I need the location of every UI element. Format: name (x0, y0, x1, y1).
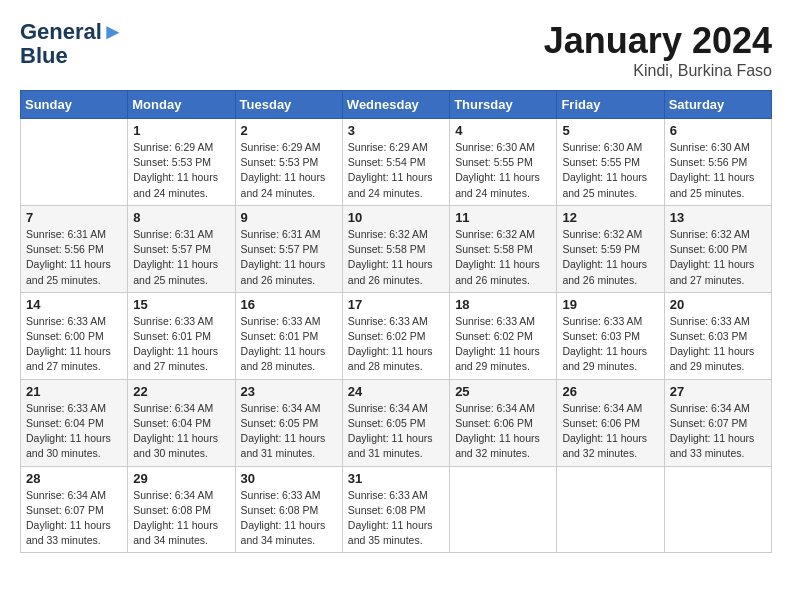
day-info: Sunrise: 6:30 AM Sunset: 5:55 PM Dayligh… (562, 140, 658, 201)
day-number: 31 (348, 471, 444, 486)
calendar-cell: 31Sunrise: 6:33 AM Sunset: 6:08 PM Dayli… (342, 466, 449, 553)
calendar-cell: 18Sunrise: 6:33 AM Sunset: 6:02 PM Dayli… (450, 292, 557, 379)
calendar-cell (450, 466, 557, 553)
page-header: General►Blue January 2024 Kindi, Burkina… (20, 20, 772, 80)
logo: General►Blue (20, 20, 124, 68)
day-info: Sunrise: 6:33 AM Sunset: 6:03 PM Dayligh… (562, 314, 658, 375)
calendar-cell: 10Sunrise: 6:32 AM Sunset: 5:58 PM Dayli… (342, 205, 449, 292)
day-number: 19 (562, 297, 658, 312)
calendar-cell: 13Sunrise: 6:32 AM Sunset: 6:00 PM Dayli… (664, 205, 771, 292)
day-info: Sunrise: 6:34 AM Sunset: 6:07 PM Dayligh… (26, 488, 122, 549)
calendar-week: 7Sunrise: 6:31 AM Sunset: 5:56 PM Daylig… (21, 205, 772, 292)
day-number: 28 (26, 471, 122, 486)
calendar-week: 14Sunrise: 6:33 AM Sunset: 6:00 PM Dayli… (21, 292, 772, 379)
day-info: Sunrise: 6:31 AM Sunset: 5:57 PM Dayligh… (241, 227, 337, 288)
day-number: 26 (562, 384, 658, 399)
calendar-cell (664, 466, 771, 553)
calendar-header: SundayMondayTuesdayWednesdayThursdayFrid… (21, 91, 772, 119)
day-info: Sunrise: 6:33 AM Sunset: 6:00 PM Dayligh… (26, 314, 122, 375)
calendar-cell: 6Sunrise: 6:30 AM Sunset: 5:56 PM Daylig… (664, 119, 771, 206)
calendar-cell: 5Sunrise: 6:30 AM Sunset: 5:55 PM Daylig… (557, 119, 664, 206)
calendar-cell: 24Sunrise: 6:34 AM Sunset: 6:05 PM Dayli… (342, 379, 449, 466)
day-info: Sunrise: 6:33 AM Sunset: 6:08 PM Dayligh… (241, 488, 337, 549)
calendar-body: 1Sunrise: 6:29 AM Sunset: 5:53 PM Daylig… (21, 119, 772, 553)
calendar-cell: 17Sunrise: 6:33 AM Sunset: 6:02 PM Dayli… (342, 292, 449, 379)
day-number: 11 (455, 210, 551, 225)
day-number: 15 (133, 297, 229, 312)
calendar-cell: 7Sunrise: 6:31 AM Sunset: 5:56 PM Daylig… (21, 205, 128, 292)
weekday-header: Tuesday (235, 91, 342, 119)
day-info: Sunrise: 6:29 AM Sunset: 5:53 PM Dayligh… (241, 140, 337, 201)
calendar-cell: 20Sunrise: 6:33 AM Sunset: 6:03 PM Dayli… (664, 292, 771, 379)
day-number: 4 (455, 123, 551, 138)
day-info: Sunrise: 6:30 AM Sunset: 5:55 PM Dayligh… (455, 140, 551, 201)
title-block: January 2024 Kindi, Burkina Faso (544, 20, 772, 80)
calendar-cell: 1Sunrise: 6:29 AM Sunset: 5:53 PM Daylig… (128, 119, 235, 206)
day-number: 20 (670, 297, 766, 312)
weekday-row: SundayMondayTuesdayWednesdayThursdayFrid… (21, 91, 772, 119)
weekday-header: Saturday (664, 91, 771, 119)
calendar-cell: 3Sunrise: 6:29 AM Sunset: 5:54 PM Daylig… (342, 119, 449, 206)
day-info: Sunrise: 6:29 AM Sunset: 5:53 PM Dayligh… (133, 140, 229, 201)
day-info: Sunrise: 6:32 AM Sunset: 6:00 PM Dayligh… (670, 227, 766, 288)
calendar-cell: 12Sunrise: 6:32 AM Sunset: 5:59 PM Dayli… (557, 205, 664, 292)
calendar-cell: 22Sunrise: 6:34 AM Sunset: 6:04 PM Dayli… (128, 379, 235, 466)
day-info: Sunrise: 6:33 AM Sunset: 6:04 PM Dayligh… (26, 401, 122, 462)
calendar-week: 21Sunrise: 6:33 AM Sunset: 6:04 PM Dayli… (21, 379, 772, 466)
day-info: Sunrise: 6:32 AM Sunset: 5:58 PM Dayligh… (455, 227, 551, 288)
day-info: Sunrise: 6:34 AM Sunset: 6:05 PM Dayligh… (241, 401, 337, 462)
calendar-table: SundayMondayTuesdayWednesdayThursdayFrid… (20, 90, 772, 553)
weekday-header: Monday (128, 91, 235, 119)
day-number: 17 (348, 297, 444, 312)
day-number: 18 (455, 297, 551, 312)
day-info: Sunrise: 6:33 AM Sunset: 6:03 PM Dayligh… (670, 314, 766, 375)
weekday-header: Thursday (450, 91, 557, 119)
day-info: Sunrise: 6:34 AM Sunset: 6:06 PM Dayligh… (455, 401, 551, 462)
day-info: Sunrise: 6:31 AM Sunset: 5:56 PM Dayligh… (26, 227, 122, 288)
subtitle: Kindi, Burkina Faso (544, 62, 772, 80)
day-info: Sunrise: 6:34 AM Sunset: 6:08 PM Dayligh… (133, 488, 229, 549)
day-number: 5 (562, 123, 658, 138)
day-number: 29 (133, 471, 229, 486)
day-number: 2 (241, 123, 337, 138)
calendar-cell: 21Sunrise: 6:33 AM Sunset: 6:04 PM Dayli… (21, 379, 128, 466)
weekday-header: Wednesday (342, 91, 449, 119)
calendar-cell: 14Sunrise: 6:33 AM Sunset: 6:00 PM Dayli… (21, 292, 128, 379)
day-info: Sunrise: 6:33 AM Sunset: 6:02 PM Dayligh… (348, 314, 444, 375)
calendar-cell: 26Sunrise: 6:34 AM Sunset: 6:06 PM Dayli… (557, 379, 664, 466)
day-number: 6 (670, 123, 766, 138)
main-title: January 2024 (544, 20, 772, 62)
day-info: Sunrise: 6:32 AM Sunset: 5:58 PM Dayligh… (348, 227, 444, 288)
calendar-cell: 9Sunrise: 6:31 AM Sunset: 5:57 PM Daylig… (235, 205, 342, 292)
day-number: 8 (133, 210, 229, 225)
calendar-week: 28Sunrise: 6:34 AM Sunset: 6:07 PM Dayli… (21, 466, 772, 553)
calendar-cell: 27Sunrise: 6:34 AM Sunset: 6:07 PM Dayli… (664, 379, 771, 466)
day-number: 3 (348, 123, 444, 138)
day-number: 22 (133, 384, 229, 399)
day-number: 13 (670, 210, 766, 225)
calendar-cell: 28Sunrise: 6:34 AM Sunset: 6:07 PM Dayli… (21, 466, 128, 553)
day-number: 21 (26, 384, 122, 399)
day-info: Sunrise: 6:34 AM Sunset: 6:06 PM Dayligh… (562, 401, 658, 462)
day-info: Sunrise: 6:29 AM Sunset: 5:54 PM Dayligh… (348, 140, 444, 201)
calendar-cell: 11Sunrise: 6:32 AM Sunset: 5:58 PM Dayli… (450, 205, 557, 292)
calendar-cell: 29Sunrise: 6:34 AM Sunset: 6:08 PM Dayli… (128, 466, 235, 553)
day-number: 14 (26, 297, 122, 312)
day-number: 23 (241, 384, 337, 399)
day-number: 12 (562, 210, 658, 225)
calendar-cell: 15Sunrise: 6:33 AM Sunset: 6:01 PM Dayli… (128, 292, 235, 379)
day-number: 10 (348, 210, 444, 225)
calendar-cell: 23Sunrise: 6:34 AM Sunset: 6:05 PM Dayli… (235, 379, 342, 466)
calendar-cell: 30Sunrise: 6:33 AM Sunset: 6:08 PM Dayli… (235, 466, 342, 553)
day-info: Sunrise: 6:31 AM Sunset: 5:57 PM Dayligh… (133, 227, 229, 288)
day-info: Sunrise: 6:32 AM Sunset: 5:59 PM Dayligh… (562, 227, 658, 288)
calendar-cell (21, 119, 128, 206)
day-info: Sunrise: 6:33 AM Sunset: 6:01 PM Dayligh… (241, 314, 337, 375)
calendar-cell (557, 466, 664, 553)
calendar-cell: 8Sunrise: 6:31 AM Sunset: 5:57 PM Daylig… (128, 205, 235, 292)
day-number: 1 (133, 123, 229, 138)
calendar-cell: 4Sunrise: 6:30 AM Sunset: 5:55 PM Daylig… (450, 119, 557, 206)
day-info: Sunrise: 6:34 AM Sunset: 6:04 PM Dayligh… (133, 401, 229, 462)
day-number: 24 (348, 384, 444, 399)
calendar-week: 1Sunrise: 6:29 AM Sunset: 5:53 PM Daylig… (21, 119, 772, 206)
